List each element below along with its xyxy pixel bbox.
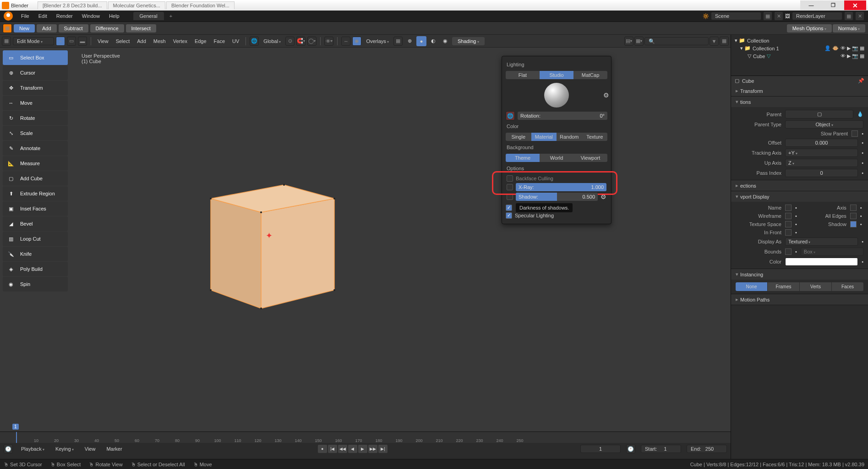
vp-view[interactable]: View bbox=[95, 38, 111, 44]
tool-rotate[interactable]: ↻Rotate bbox=[3, 111, 68, 125]
prev-keyframe-icon[interactable]: ◀◀ bbox=[338, 445, 347, 453]
tool-inset[interactable]: ▣Inset Faces bbox=[3, 201, 68, 216]
workspace-add[interactable]: + bbox=[165, 12, 177, 20]
tool-icon[interactable]: ▦ bbox=[3, 24, 12, 33]
bool-difference[interactable]: Difference bbox=[90, 24, 124, 32]
bounds-type-field[interactable]: Box bbox=[801, 248, 863, 256]
vp-vertex[interactable]: Vertex bbox=[170, 38, 190, 44]
lighting-studio[interactable]: Studio bbox=[540, 71, 573, 79]
scene-browse-icon[interactable]: ▦ bbox=[763, 11, 772, 21]
parent-type-field[interactable]: Object bbox=[785, 120, 863, 129]
color-swatch[interactable] bbox=[785, 258, 858, 266]
keying-menu[interactable]: Keying bbox=[53, 446, 76, 452]
panel-instancing[interactable]: Instancing bbox=[731, 269, 868, 280]
vd-wireframe-cb[interactable] bbox=[785, 213, 792, 219]
menu-file[interactable]: File bbox=[16, 13, 34, 19]
edge-select-icon[interactable]: ▭ bbox=[67, 37, 76, 46]
next-keyframe-icon[interactable]: ▶▶ bbox=[368, 445, 377, 453]
cube-object[interactable] bbox=[202, 171, 344, 313]
color-material[interactable]: Material bbox=[531, 133, 557, 141]
rotation-slider[interactable]: Rotation:0° bbox=[518, 112, 607, 120]
expand-icon[interactable]: ▦ bbox=[720, 37, 729, 46]
timeline-marker[interactable]: Marker bbox=[104, 446, 125, 452]
tool-cursor[interactable]: ⊕Cursor bbox=[3, 65, 68, 80]
jump-start-icon[interactable]: |◀ bbox=[328, 445, 337, 453]
tool-loopcut[interactable]: ▥Loop Cut bbox=[3, 232, 68, 246]
instancing-none[interactable]: None bbox=[736, 282, 767, 291]
tool-bevel[interactable]: ◢Bevel bbox=[3, 216, 68, 231]
color-texture[interactable]: Texture bbox=[582, 133, 608, 141]
bounds-cb[interactable] bbox=[785, 248, 792, 255]
studiolight-preview[interactable] bbox=[544, 83, 569, 108]
preview-range-icon[interactable]: 🕐 bbox=[626, 444, 635, 453]
gizmo-icon[interactable]: ↔ bbox=[341, 37, 350, 46]
visibility-icon[interactable]: 👁 bbox=[324, 37, 333, 46]
menu-window[interactable]: Window bbox=[77, 13, 104, 19]
renderlayer-field[interactable] bbox=[792, 12, 842, 20]
offset-field[interactable]: 0.000 bbox=[785, 139, 858, 147]
vd-infront-cb[interactable] bbox=[785, 229, 792, 236]
outliner[interactable]: ▾ 📁 Collection ▾ 📁 Collection 1 👤 🐵 👁 ▶ … bbox=[731, 35, 868, 76]
eyedropper-icon[interactable]: 💧 bbox=[857, 111, 863, 117]
browser-tab[interactable]: Molecular Genetics... bbox=[108, 1, 165, 9]
face-select-icon[interactable]: ▬ bbox=[78, 37, 87, 46]
menu-help[interactable]: Help bbox=[104, 13, 124, 19]
layer-close-icon[interactable]: ✕ bbox=[855, 11, 864, 21]
filter-icon[interactable]: ▤ bbox=[624, 37, 633, 46]
vd-shadow-cb[interactable] bbox=[850, 221, 857, 227]
specular-checkbox[interactable] bbox=[506, 212, 512, 219]
browser-tab[interactable]: [Blender 2.8 Dec23 build... bbox=[38, 1, 107, 9]
current-frame[interactable]: 1 bbox=[580, 445, 621, 453]
window-maximize[interactable]: ❐ bbox=[822, 0, 844, 10]
overlays-toggle-icon[interactable]: ◉ bbox=[352, 37, 361, 46]
vp-select[interactable]: Select bbox=[113, 38, 133, 44]
vp-face[interactable]: Face bbox=[211, 38, 228, 44]
cavity-checkbox[interactable] bbox=[506, 205, 512, 211]
panel-viewport-display[interactable]: vport Display bbox=[731, 191, 868, 202]
editor-type-icon[interactable]: ▦ bbox=[2, 37, 11, 46]
jump-end-icon[interactable]: ▶| bbox=[378, 445, 388, 453]
vp-edge[interactable]: Edge bbox=[192, 38, 209, 44]
xray-slider[interactable]: X-Ray:1.000 bbox=[516, 183, 606, 191]
timeline-ruler[interactable]: 1020304050607080901001101201301401501601… bbox=[0, 432, 731, 443]
outliner-collection[interactable]: ▾ 📁 Collection bbox=[733, 37, 866, 44]
scene-field[interactable] bbox=[711, 12, 761, 20]
xray-toggle-icon[interactable]: ▦ bbox=[393, 37, 403, 46]
bool-new[interactable]: New bbox=[14, 24, 35, 32]
mode-select[interactable]: Edit Mode bbox=[13, 37, 54, 45]
tool-add-cube[interactable]: ▢Add Cube bbox=[3, 171, 68, 186]
tool-knife[interactable]: 🔪Knife bbox=[3, 247, 68, 261]
lighting-flat[interactable]: Flat bbox=[506, 71, 540, 79]
snap-icon[interactable]: 🧲 bbox=[296, 37, 306, 46]
solid-shade-icon[interactable]: ● bbox=[416, 36, 426, 46]
pass-index-field[interactable]: 0 bbox=[785, 169, 858, 177]
lookdev-shade-icon[interactable]: ◐ bbox=[428, 36, 438, 46]
display-as-field[interactable]: Textured bbox=[785, 237, 858, 246]
overlays-menu[interactable]: Overlays bbox=[363, 38, 392, 44]
layer-browse-icon[interactable]: ▦ bbox=[844, 11, 853, 21]
vd-alledges-cb[interactable] bbox=[850, 213, 857, 219]
orientation-icon[interactable]: 🌐 bbox=[250, 37, 259, 46]
search-input[interactable] bbox=[644, 37, 709, 45]
lighting-matcap[interactable]: MatCap bbox=[573, 71, 607, 79]
tool-transform[interactable]: ✥Transform bbox=[3, 81, 68, 95]
vp-uv[interactable]: UV bbox=[229, 38, 242, 44]
menu-render[interactable]: Render bbox=[52, 13, 77, 19]
parent-field[interactable]: ▢ bbox=[785, 110, 853, 119]
wireframe-shade-icon[interactable]: ⊕ bbox=[404, 36, 415, 46]
tool-polybuild[interactable]: ◈Poly Build bbox=[3, 262, 68, 276]
panel-motion-paths[interactable]: Motion Paths bbox=[731, 294, 868, 305]
start-frame[interactable]: Start: 1 bbox=[641, 445, 681, 453]
tool-select-box[interactable]: ▭Select Box bbox=[3, 50, 68, 65]
vd-axis-cb[interactable] bbox=[850, 205, 857, 211]
viewport-3d[interactable]: ▭Select Box ⊕Cursor ✥Transform ↔Move ↻Ro… bbox=[0, 48, 731, 431]
browser-tab[interactable]: Blender Foundation Wel... bbox=[166, 1, 235, 9]
bg-theme[interactable]: Theme bbox=[506, 154, 540, 162]
bg-world[interactable]: World bbox=[540, 154, 573, 162]
vert-select-icon[interactable]: ▫ bbox=[56, 37, 65, 46]
color-random[interactable]: Random bbox=[557, 133, 582, 141]
scene-close-icon[interactable]: ✕ bbox=[774, 11, 783, 21]
world-rotation-icon[interactable]: 🌐 bbox=[506, 111, 515, 120]
tracking-axis-field[interactable]: +Y bbox=[785, 149, 858, 157]
tool-extrude[interactable]: ⬆Extrude Region bbox=[3, 186, 68, 201]
